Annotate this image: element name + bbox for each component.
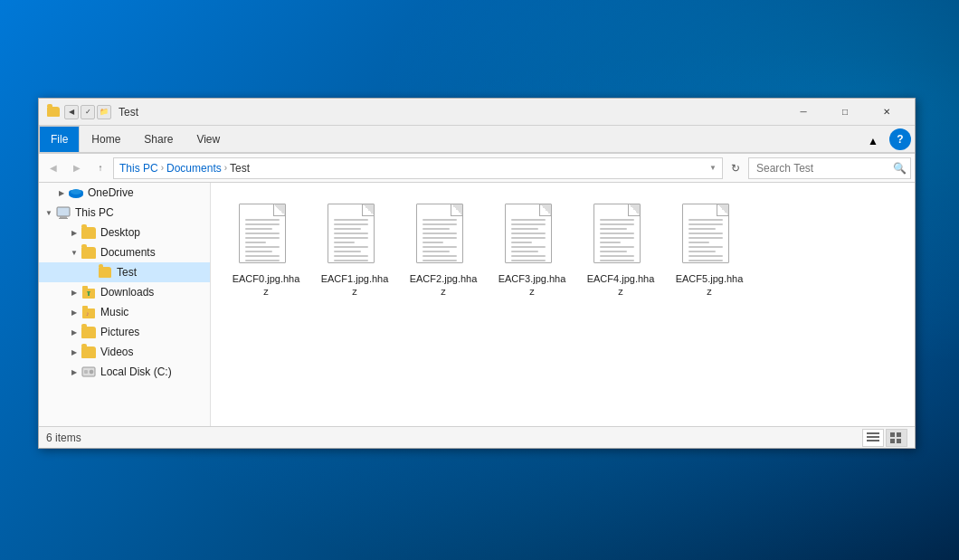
breadcrumb-sep-2: › — [224, 163, 227, 173]
view-details-button[interactable] — [862, 429, 884, 447]
tab-view[interactable]: View — [185, 126, 232, 152]
search-input[interactable] — [756, 162, 893, 175]
svg-text:♪: ♪ — [86, 310, 90, 317]
maximize-button[interactable]: □ — [824, 99, 866, 126]
qat-back-button[interactable]: ◀ — [64, 105, 79, 119]
nav-expand-thispc[interactable]: ▼ — [43, 209, 55, 217]
nav-item-pictures[interactable]: ▶ Pictures — [39, 322, 210, 342]
file-item-f4[interactable]: EACF4.jpg.hhaz — [580, 197, 661, 305]
svg-rect-4 — [57, 207, 70, 216]
title-bar: ◀ ✓ 📁 Test ─ □ ✕ — [39, 99, 915, 126]
qat-newfolder-button[interactable]: 📁 — [97, 105, 111, 119]
nav-expand-localdisk[interactable]: ▶ — [68, 368, 81, 376]
file-item-f1[interactable]: EACF1.jpg.hhaz — [314, 197, 395, 305]
nav-item-downloads[interactable]: ▶ Downloads — [39, 282, 210, 302]
file-name: EACF2.jpg.hhaz — [407, 272, 480, 299]
search-icon[interactable]: 🔍 — [893, 162, 907, 175]
nav-item-test[interactable]: Test — [39, 262, 210, 282]
svg-rect-16 — [867, 432, 879, 434]
breadcrumb-test: Test — [230, 162, 250, 175]
file-item-f5[interactable]: EACF5.jpg.hhaz — [669, 197, 750, 305]
svg-rect-5 — [60, 216, 67, 218]
nav-expand-documents[interactable]: ▼ — [68, 249, 81, 257]
svg-rect-19 — [890, 432, 895, 437]
file-name: EACF1.jpg.hhaz — [318, 272, 391, 299]
nav-item-videos[interactable]: ▶ Videos — [39, 342, 210, 362]
file-icon — [416, 204, 470, 269]
svg-rect-14 — [84, 370, 88, 374]
localdisk-icon — [81, 365, 97, 379]
nav-label-pictures: Pictures — [100, 326, 139, 338]
nav-label-music: Music — [100, 306, 128, 318]
nav-expand-music[interactable]: ▶ — [68, 308, 81, 317]
view-toggle-group — [862, 429, 907, 447]
breadcrumb-thispc[interactable]: This PC — [119, 162, 158, 175]
tab-home[interactable]: Home — [80, 126, 132, 152]
svg-point-3 — [71, 189, 81, 195]
svg-rect-22 — [897, 439, 901, 443]
nav-item-documents[interactable]: ▼ Documents — [39, 242, 210, 262]
nav-label-videos: Videos — [100, 346, 133, 358]
address-bar: ◀ ▶ ↑ This PC › Documents › Test ▼ ↻ 🔍 — [39, 154, 915, 183]
qat-properties-button[interactable]: ✓ — [81, 105, 95, 119]
back-button[interactable]: ◀ — [43, 157, 64, 179]
svg-point-15 — [90, 370, 93, 374]
svg-rect-6 — [59, 218, 68, 219]
file-icon — [593, 204, 648, 269]
file-icon — [239, 204, 293, 269]
file-item-f0[interactable]: EACF0.jpg.hhaz — [225, 197, 307, 305]
content-area: ▶ OneDrive ▼ — [39, 183, 915, 426]
svg-rect-11 — [82, 306, 88, 309]
svg-rect-17 — [867, 436, 879, 438]
nav-expand-downloads[interactable]: ▶ — [68, 289, 81, 297]
nav-label-documents: Documents — [100, 246, 156, 259]
nav-label-thispc: This PC — [75, 206, 114, 219]
view-large-icons-button[interactable] — [886, 429, 907, 447]
file-icon — [682, 204, 736, 269]
close-button[interactable]: ✕ — [866, 99, 907, 126]
nav-item-music[interactable]: ▶ ♪ Music — [39, 302, 210, 322]
ribbon-chevron-icon[interactable]: ▲ — [860, 130, 886, 152]
window-title: Test — [115, 106, 783, 119]
status-bar: 6 items — [39, 426, 915, 448]
desktop-icon — [81, 225, 97, 240]
window-controls: ─ □ ✕ — [783, 99, 907, 126]
nav-label-test: Test — [117, 266, 137, 279]
tab-share[interactable]: Share — [132, 126, 185, 152]
nav-expand-desktop[interactable]: ▶ — [68, 229, 81, 237]
nav-item-desktop[interactable]: ▶ Desktop — [39, 223, 210, 242]
refresh-button[interactable]: ↻ — [725, 157, 746, 179]
file-item-f3[interactable]: EACF3.jpg.hhaz — [491, 197, 573, 305]
downloads-icon — [81, 285, 97, 299]
nav-expand-onedrive[interactable]: ▶ — [55, 189, 68, 197]
help-button[interactable]: ? — [889, 128, 911, 150]
breadcrumb-documents[interactable]: Documents — [166, 162, 222, 175]
file-icon — [328, 204, 382, 269]
nav-item-thispc[interactable]: ▼ This PC — [39, 203, 210, 223]
documents-icon — [81, 245, 97, 260]
nav-expand-pictures[interactable]: ▶ — [68, 328, 81, 337]
breadcrumb-bar[interactable]: This PC › Documents › Test ▼ — [113, 157, 723, 179]
explorer-window: ◀ ✓ 📁 Test ─ □ ✕ File Home Share View ▲ … — [38, 98, 916, 449]
file-item-f2[interactable]: EACF2.jpg.hhaz — [403, 197, 484, 305]
onedrive-icon — [68, 185, 84, 200]
nav-label-localdisk: Local Disk (C:) — [100, 365, 172, 378]
up-button[interactable]: ↑ — [90, 157, 111, 179]
breadcrumb-dropdown-icon[interactable]: ▼ — [709, 164, 717, 172]
forward-button[interactable]: ▶ — [66, 157, 88, 179]
file-name: EACF3.jpg.hhaz — [496, 272, 568, 299]
nav-label-onedrive: OneDrive — [88, 186, 134, 199]
breadcrumb-sep-1: › — [161, 163, 164, 173]
thispc-icon — [55, 205, 71, 220]
nav-expand-videos[interactable]: ▶ — [68, 348, 81, 356]
ribbon: File Home Share View ▲ ? — [39, 126, 915, 154]
svg-rect-18 — [867, 440, 879, 441]
search-bar: 🔍 — [748, 157, 911, 179]
tab-file[interactable]: File — [39, 126, 80, 152]
nav-item-localdisk[interactable]: ▶ Local Disk (C:) — [39, 362, 210, 382]
pictures-icon — [81, 325, 97, 339]
file-name: EACF4.jpg.hhaz — [584, 272, 657, 299]
minimize-button[interactable]: ─ — [783, 99, 824, 126]
videos-icon — [81, 345, 97, 359]
nav-item-onedrive[interactable]: ▶ OneDrive — [39, 183, 210, 203]
